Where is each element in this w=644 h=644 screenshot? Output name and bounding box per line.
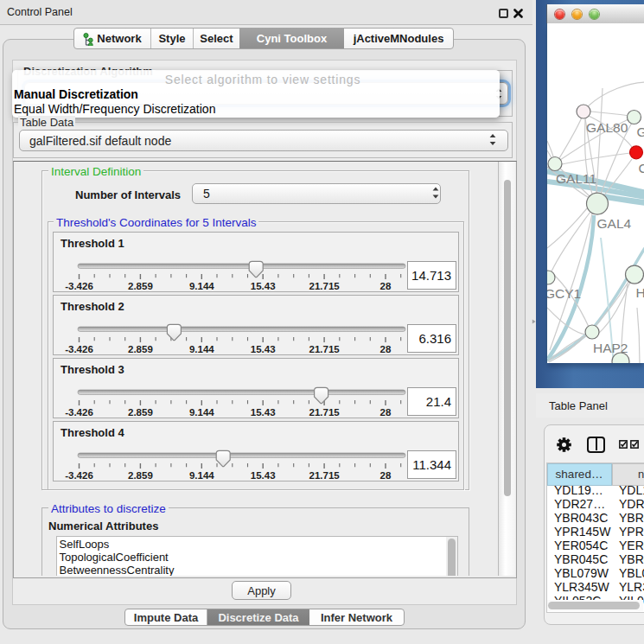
- svg-text:9.144: 9.144: [189, 407, 214, 418]
- svg-text:GAL4: GAL4: [597, 216, 632, 231]
- svg-text:21.715: 21.715: [309, 407, 341, 418]
- svg-text:2.859: 2.859: [128, 344, 153, 354]
- svg-text:HA: HA: [636, 285, 644, 300]
- svg-text:28: 28: [380, 407, 392, 418]
- svg-text:9.144: 9.144: [189, 470, 214, 481]
- svg-text:CA: CA: [639, 161, 644, 175]
- svg-text:-3.426: -3.426: [65, 470, 93, 481]
- svg-text:21.715: 21.715: [309, 470, 341, 481]
- svg-text:GA: GA: [637, 124, 644, 139]
- svg-text:-3.426: -3.426: [65, 407, 93, 418]
- svg-text:15.43: 15.43: [251, 344, 276, 354]
- svg-text:-3.426: -3.426: [65, 281, 93, 291]
- svg-text:28: 28: [380, 281, 392, 291]
- svg-text:2.859: 2.859: [128, 407, 153, 418]
- svg-text:-3.426: -3.426: [65, 344, 93, 354]
- svg-text:9.144: 9.144: [189, 281, 214, 291]
- svg-text:28: 28: [380, 344, 392, 354]
- svg-text:GCY1: GCY1: [547, 286, 581, 301]
- svg-text:21.715: 21.715: [309, 281, 341, 291]
- svg-text:9.144: 9.144: [189, 344, 214, 354]
- svg-text:15.43: 15.43: [251, 470, 276, 481]
- svg-text:28: 28: [380, 470, 392, 481]
- svg-text:GAL80: GAL80: [586, 120, 628, 135]
- svg-text:2.859: 2.859: [128, 281, 153, 291]
- svg-text:2.859: 2.859: [128, 470, 153, 481]
- svg-text:21.715: 21.715: [309, 344, 341, 354]
- svg-text:HAP2: HAP2: [593, 341, 628, 355]
- svg-text:15.43: 15.43: [251, 407, 276, 418]
- svg-text:15.43: 15.43: [251, 281, 276, 291]
- svg-text:GAL11: GAL11: [556, 171, 596, 186]
